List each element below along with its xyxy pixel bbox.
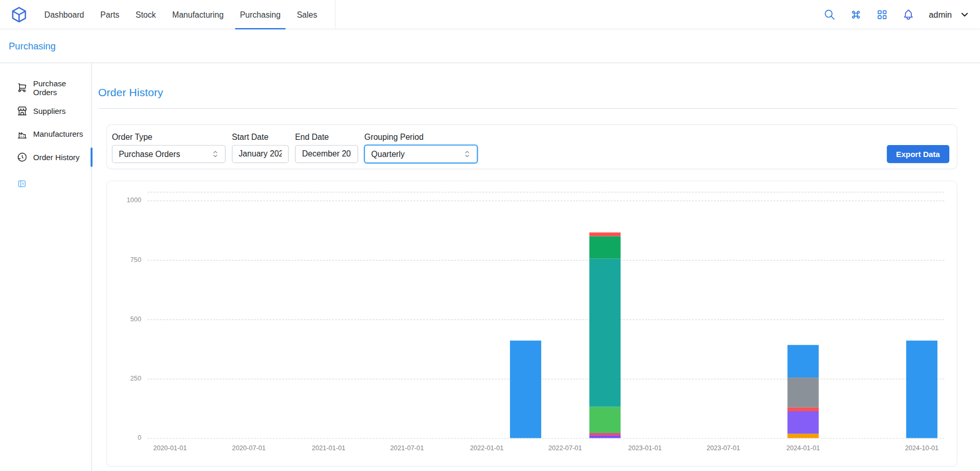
y-gridline [148, 200, 945, 201]
user-menu[interactable]: admin [929, 9, 970, 19]
main-nav-tabs: Dashboard Parts Stock Manufacturing Purc… [36, 0, 336, 29]
chart-plot: 025050075010002020-01-012020-07-012021-0… [148, 192, 945, 438]
sidebar-item-purchase-orders[interactable]: Purchase Orders [0, 76, 92, 99]
bar-segment[interactable] [590, 433, 621, 436]
end-date-field: End Date [295, 133, 358, 163]
sidebar-item-suppliers[interactable]: Suppliers [0, 99, 92, 122]
page-title: Order History [98, 86, 958, 99]
order-type-value: Purchase Orders [119, 149, 180, 159]
sidebar-item-label: Order History [33, 153, 80, 162]
bar-segment[interactable] [788, 408, 819, 411]
bell-icon[interactable] [903, 8, 914, 20]
tab-parts[interactable]: Parts [92, 0, 127, 29]
order-type-field: Order Type Purchase Orders [112, 133, 226, 163]
order-type-label: Order Type [112, 133, 226, 142]
y-axis-label: 1000 [112, 197, 141, 204]
bar-segment[interactable] [590, 407, 621, 433]
tab-dashboard[interactable]: Dashboard [36, 0, 93, 29]
sidebar-item-label: Suppliers [33, 107, 66, 115]
x-axis-label: 2024-01-01 [786, 443, 820, 451]
x-axis-label: 2020-07-01 [232, 443, 266, 451]
app-logo-icon[interactable] [10, 6, 28, 23]
chart-card: 025050075010002020-01-012020-07-012021-0… [106, 180, 957, 467]
y-axis-label: 750 [112, 256, 141, 263]
order-type-select[interactable]: Purchase Orders [112, 145, 226, 163]
grouping-period-label: Grouping Period [364, 133, 478, 142]
plot-top-gridline [148, 191, 945, 192]
x-axis-label: 2023-01-01 [628, 443, 662, 451]
y-axis-label: 0 [112, 434, 141, 441]
tab-purchasing[interactable]: Purchasing [232, 0, 289, 29]
title-divider [98, 108, 958, 109]
chevron-down-icon [959, 9, 970, 19]
y-gridline [148, 438, 945, 438]
tab-sales[interactable]: Sales [289, 0, 325, 29]
command-palette-icon[interactable] [850, 8, 862, 20]
grouping-period-field: Grouping Period Quarterly [364, 133, 478, 163]
grouping-period-select[interactable]: Quarterly [364, 145, 478, 163]
y-axis-label: 250 [112, 374, 141, 382]
export-data-button[interactable]: Export Data [887, 145, 949, 163]
start-date-label: Start Date [232, 133, 289, 142]
app-window: Dashboard Parts Stock Manufacturing Purc… [0, 0, 980, 471]
y-gridline [148, 378, 945, 379]
bar-segment[interactable] [590, 236, 621, 258]
top-navigation-bar: Dashboard Parts Stock Manufacturing Purc… [0, 0, 980, 29]
start-date-input[interactable] [232, 145, 289, 163]
y-axis-label: 500 [112, 315, 141, 322]
bar-segment[interactable] [510, 341, 541, 438]
x-axis-label: 2024-10-01 [905, 443, 939, 451]
building-store-icon [17, 106, 27, 116]
x-axis-label: 2023-07-01 [707, 443, 740, 451]
collapse-sidebar-icon[interactable] [18, 179, 27, 188]
x-axis-label: 2022-01-01 [470, 443, 504, 451]
x-axis-label: 2022-07-01 [548, 443, 582, 451]
y-gridline [148, 260, 945, 260]
history-clock-icon [17, 152, 27, 162]
breadcrumb: Purchasing [0, 29, 980, 63]
sidebar-item-label: Purchase Orders [33, 79, 92, 97]
sidebar: Purchase Orders Suppliers Manufacturers … [0, 63, 92, 471]
content-row: Purchase Orders Suppliers Manufacturers … [0, 63, 980, 471]
tab-stock[interactable]: Stock [127, 0, 164, 29]
x-axis-label: 2021-07-01 [390, 443, 424, 451]
x-axis-label: 2020-01-01 [153, 443, 187, 451]
bar-segment[interactable] [590, 436, 621, 438]
x-axis-label: 2021-01-01 [312, 443, 346, 451]
bar-segment[interactable] [788, 434, 819, 438]
bar-segment[interactable] [590, 259, 621, 407]
breadcrumb-purchasing[interactable]: Purchasing [9, 41, 56, 51]
bar-segment[interactable] [788, 411, 819, 434]
factory-icon [17, 129, 27, 139]
grouping-period-value: Quarterly [371, 149, 404, 159]
y-gridline [148, 319, 945, 320]
tab-manufacturing[interactable]: Manufacturing [164, 0, 232, 29]
end-date-label: End Date [295, 133, 358, 142]
username: admin [929, 10, 952, 19]
start-date-field: Start Date [232, 133, 289, 163]
select-chevrons-icon [463, 149, 472, 159]
bar-segment[interactable] [788, 345, 819, 378]
topbar-actions: admin [824, 8, 970, 20]
shopping-cart-icon [17, 83, 27, 93]
search-icon[interactable] [824, 8, 836, 20]
sidebar-item-order-history[interactable]: Order History [0, 146, 92, 168]
bar-segment[interactable] [906, 341, 937, 438]
filter-panel: Order Type Purchase Orders Start Date En… [106, 124, 957, 169]
sidebar-item-manufacturers[interactable]: Manufacturers [0, 123, 92, 146]
sidebar-item-label: Manufacturers [33, 129, 83, 138]
main-panel: Order History Order Type Purchase Orders… [92, 63, 980, 471]
end-date-input[interactable] [295, 145, 358, 163]
layout-grid-icon[interactable] [877, 8, 888, 20]
select-chevrons-icon [211, 149, 220, 159]
bar-segment[interactable] [590, 232, 621, 236]
bar-segment[interactable] [788, 377, 819, 408]
